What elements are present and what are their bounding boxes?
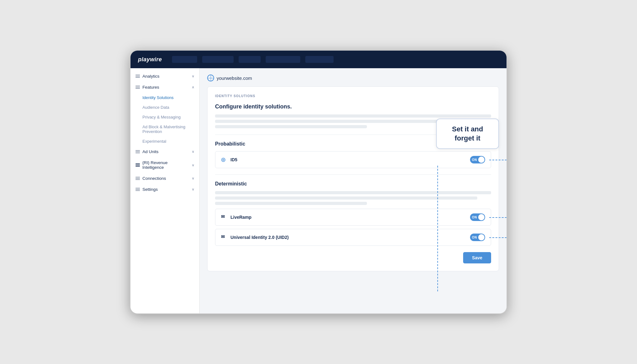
toggle-liveramp[interactable]: ON [470, 213, 485, 221]
skeleton-4 [215, 191, 491, 194]
brand-logo: playwire [138, 56, 162, 63]
callout-box: Set it and forget it [436, 119, 499, 149]
fingerprint-icon: ◎ [221, 157, 227, 163]
sidebar-item-settings[interactable]: Settings ∨ [130, 184, 199, 195]
dashed-line-liveramp [489, 217, 507, 218]
sidebar-item-ad-units[interactable]: Ad Units ∨ [130, 146, 199, 157]
sidebar-label-settings: Settings [142, 187, 158, 192]
sidebar-item-revenue-intelligence[interactable]: {RI} Revenue Intelligence ∨ [130, 157, 199, 173]
website-header: yourwebsite.com [207, 74, 499, 81]
sidebar-label-ri: {RI} Revenue Intelligence [142, 160, 189, 170]
toggle-label-uid2: ON [472, 236, 477, 239]
option-left-liveramp: ✉ LiveRamp [221, 214, 252, 220]
sidebar-label-connections: Connections [142, 176, 166, 181]
identity-option-uid2: ✉ Universal Identity 2.0 (UID2) ON [215, 229, 491, 246]
callout-text: Set it and forget it [452, 125, 483, 142]
divider-2 [215, 174, 491, 175]
hamburger-icon-features [136, 86, 140, 89]
screen-wrapper: playwire Analytics ∨ [130, 50, 507, 314]
deterministic-label: Deterministic [215, 181, 491, 187]
sidebar-item-settings-left: Settings [136, 187, 158, 192]
sidebar-label-features: Features [142, 85, 159, 90]
main-card: IDENTITY SOLUTIONS Configure identity so… [207, 86, 499, 271]
skeleton-6 [215, 202, 367, 205]
hamburger-icon-ri [136, 163, 140, 167]
sidebar-item-features-left: Features [136, 85, 159, 90]
hamburger-icon-analytics [136, 75, 140, 78]
save-row: Save [215, 252, 491, 263]
chevron-ri: ∨ [192, 163, 194, 167]
skeleton-1 [215, 114, 491, 118]
nav-pill-2[interactable] [202, 56, 234, 63]
sidebar-item-connections-left: Connections [136, 176, 166, 181]
sidebar-item-experimental[interactable]: Experimental [130, 136, 199, 146]
toggle-label-id5: ON [472, 158, 477, 162]
sidebar-item-ad-block[interactable]: Ad Block & Malvertising Prevention [130, 122, 199, 136]
option-label-liveramp: LiveRamp [230, 215, 252, 220]
content-area: yourwebsite.com IDENTITY SOLUTIONS Confi… [200, 68, 507, 313]
toggle-uid2[interactable]: ON [470, 234, 485, 241]
identity-option-liveramp: ✉ LiveRamp ON [215, 209, 491, 226]
hamburger-icon-connections [136, 177, 140, 180]
card-title: Configure identity solutions. [215, 103, 491, 110]
toggle-wrapper-liveramp: ON [470, 213, 485, 221]
hamburger-icon-settings [136, 188, 140, 191]
sidebar-item-analytics[interactable]: Analytics ∨ [130, 71, 199, 82]
chevron-ad-units: ∨ [192, 150, 194, 154]
nav-pill-3[interactable] [239, 56, 261, 63]
chevron-settings: ∨ [192, 187, 194, 191]
identity-option-id5: ◎ ID5 ON [215, 151, 491, 168]
dashed-line-uid2 [489, 237, 507, 238]
chevron-connections: ∨ [192, 176, 194, 180]
toggle-wrapper-id5: ON [470, 156, 485, 163]
sidebar-item-ri-left: {RI} Revenue Intelligence [136, 160, 189, 170]
hamburger-icon-ad-units [136, 150, 140, 153]
option-left-id5: ◎ ID5 [221, 157, 237, 163]
sidebar-item-identity-solutions[interactable]: Identity Solutions [130, 93, 199, 102]
toggle-knob-uid2 [478, 234, 485, 240]
nav-pill-5[interactable] [305, 56, 334, 63]
section-label: IDENTITY SOLUTIONS [215, 94, 491, 98]
envelope-icon-uid2: ✉ [221, 234, 227, 240]
save-button[interactable]: Save [463, 252, 491, 263]
sidebar-item-analytics-left: Analytics [136, 74, 159, 79]
toggle-wrapper-uid2: ON [470, 234, 485, 241]
option-label-uid2: Universal Identity 2.0 (UID2) [230, 235, 289, 240]
chevron-features: ∧ [192, 85, 194, 89]
toggle-knob-id5 [478, 157, 485, 163]
nav-pills-row [172, 56, 334, 63]
sidebar-item-connections[interactable]: Connections ∨ [130, 173, 199, 184]
option-label-id5: ID5 [230, 157, 237, 162]
option-left-uid2: ✉ Universal Identity 2.0 (UID2) [221, 234, 289, 240]
nav-pill-4[interactable] [266, 56, 300, 63]
sidebar-label-analytics: Analytics [142, 74, 159, 79]
top-nav: playwire [130, 51, 507, 68]
toggle-knob-liveramp [478, 214, 485, 220]
sidebar-item-audience-data[interactable]: Audience Data [130, 102, 199, 112]
website-name: yourwebsite.com [217, 75, 252, 81]
sidebar: Analytics ∨ Features ∧ Identity Solution… [130, 68, 200, 313]
dashed-line-id5 [489, 160, 507, 160]
globe-icon [207, 74, 214, 81]
nav-pill-1[interactable] [172, 56, 197, 63]
toggle-id5[interactable]: ON [470, 156, 485, 163]
sidebar-item-ad-units-left: Ad Units [136, 149, 158, 154]
envelope-icon-liveramp: ✉ [221, 214, 227, 220]
sidebar-item-privacy-messaging[interactable]: Privacy & Messaging [130, 112, 199, 122]
toggle-label-liveramp: ON [472, 216, 477, 219]
skeleton-3 [215, 125, 367, 128]
dashed-vertical-line [437, 166, 438, 291]
main-layout: Analytics ∨ Features ∧ Identity Solution… [130, 68, 507, 313]
sidebar-label-ad-units: Ad Units [142, 149, 158, 154]
sidebar-item-features[interactable]: Features ∧ [130, 82, 199, 93]
chevron-analytics: ∨ [192, 74, 194, 78]
